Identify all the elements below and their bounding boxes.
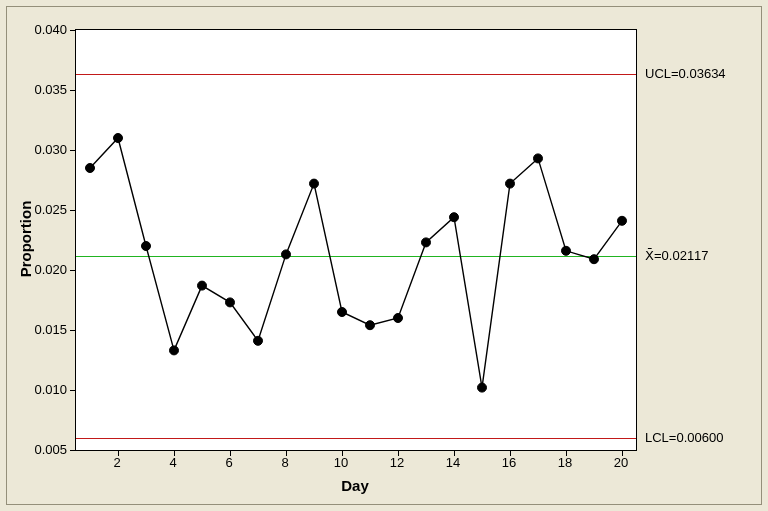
- svg-point-7: [282, 250, 291, 259]
- x-tick-label: 20: [614, 455, 628, 470]
- svg-point-10: [366, 321, 375, 330]
- y-tick-label: 0.040: [17, 22, 67, 37]
- svg-point-0: [86, 164, 95, 173]
- y-axis-title: Proportion: [17, 201, 34, 278]
- x-tick-label: 4: [169, 455, 176, 470]
- y-tick-label: 0.015: [17, 322, 67, 337]
- y-tick-label: 0.030: [17, 142, 67, 157]
- svg-point-17: [562, 246, 571, 255]
- x-axis-title: Day: [75, 477, 635, 494]
- svg-point-18: [590, 255, 599, 264]
- y-tick-label: 0.010: [17, 382, 67, 397]
- svg-point-1: [114, 134, 123, 143]
- x-tick-label: 10: [334, 455, 348, 470]
- svg-point-9: [338, 308, 347, 317]
- y-tick: [70, 450, 76, 451]
- x-tick-label: 2: [113, 455, 120, 470]
- y-tick: [70, 30, 76, 31]
- svg-point-19: [618, 216, 627, 225]
- plot-area: [75, 29, 637, 451]
- svg-point-14: [478, 383, 487, 392]
- y-tick-label: 0.005: [17, 442, 67, 457]
- svg-point-2: [142, 242, 151, 251]
- y-tick: [70, 330, 76, 331]
- svg-point-12: [422, 238, 431, 247]
- y-tick-label: 0.035: [17, 82, 67, 97]
- y-tick: [70, 210, 76, 211]
- x-tick-label: 16: [502, 455, 516, 470]
- x-tick-label: 12: [390, 455, 404, 470]
- y-tick: [70, 150, 76, 151]
- mean-label: X̄=0.02117: [645, 247, 709, 262]
- y-tick: [70, 270, 76, 271]
- data-series: [76, 30, 636, 450]
- svg-point-5: [226, 298, 235, 307]
- lcl-label: LCL=0.00600: [645, 430, 723, 445]
- y-tick: [70, 390, 76, 391]
- svg-point-3: [170, 346, 179, 355]
- x-tick-label: 6: [225, 455, 232, 470]
- svg-point-15: [506, 179, 515, 188]
- ucl-label: UCL=0.03634: [645, 65, 726, 80]
- x-tick-label: 18: [558, 455, 572, 470]
- svg-point-4: [198, 281, 207, 290]
- svg-point-11: [394, 314, 403, 323]
- svg-point-13: [450, 213, 459, 222]
- svg-point-6: [254, 336, 263, 345]
- svg-point-16: [534, 154, 543, 163]
- svg-point-8: [310, 179, 319, 188]
- x-tick-label: 8: [281, 455, 288, 470]
- chart-frame: 2468101214161820 0.0050.0100.0150.0200.0…: [6, 6, 762, 505]
- x-tick-label: 14: [446, 455, 460, 470]
- y-tick: [70, 90, 76, 91]
